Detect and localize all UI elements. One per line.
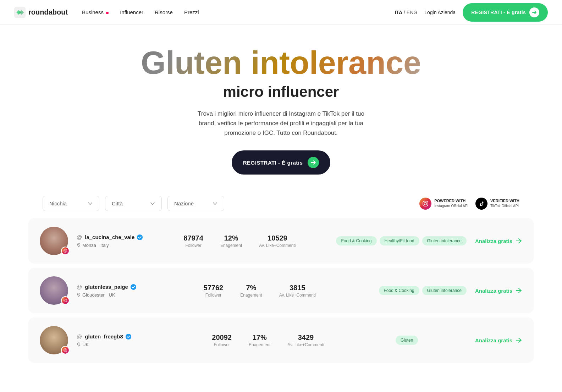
nav-business[interactable]: Business <box>82 9 109 15</box>
svg-point-2 <box>424 202 427 205</box>
tag-gluten-2: Gluten intolerance <box>422 286 467 295</box>
svg-point-18 <box>78 344 79 344</box>
instagram-social-icon-3 <box>61 346 70 354</box>
analyze-button-1[interactable]: Analizza gratis <box>475 237 522 244</box>
inf-location-1: Monza Italy <box>77 243 143 248</box>
api-badges: POWERED WITH Instagram Official API VERI… <box>419 198 519 210</box>
nav-influencer[interactable]: Influencer <box>120 9 143 15</box>
svg-point-10 <box>65 300 66 301</box>
stat-engagement-1: 12% Enagement <box>220 234 242 248</box>
tag-gluten-1: Gluten intolerance <box>422 236 467 245</box>
nicchia-filter[interactable]: Nicchia <box>43 196 99 211</box>
instagram-icon <box>419 198 431 210</box>
stat-avg-1: 10529 Av. Like+Commenti <box>259 234 296 248</box>
inf-info-3: @ gluten_freegb8 UK <box>77 333 140 347</box>
nav-links: Business Influencer Risorse Prezzi <box>82 9 199 15</box>
logo-text: roundabout <box>28 8 68 16</box>
verified-icon-1 <box>137 234 143 241</box>
inf-handle-3: @ gluten_freegb8 <box>77 333 140 340</box>
hero-cta-button[interactable]: REGISTRATI - È gratis <box>232 150 331 175</box>
register-button-nav[interactable]: REGISTRATI - È gratis <box>463 3 548 22</box>
inf-stats-3: 20092 Follower 17% Enagement 3429 Av. Li… <box>149 333 387 347</box>
stat-followers-2: 57762 Follower <box>204 284 224 298</box>
arrow-circle-nav <box>529 7 539 17</box>
svg-point-6 <box>66 250 66 250</box>
arrow-circle-hero <box>308 157 319 168</box>
svg-point-17 <box>126 333 131 339</box>
filters-section: Nicchia Città Nazione POWERED WITH Insta… <box>0 189 562 218</box>
nav-risorse[interactable]: Risorse <box>155 9 173 15</box>
business-dot <box>106 12 109 14</box>
inf-handle-2: @ glutenless_paige <box>77 284 140 290</box>
svg-point-3 <box>427 201 428 202</box>
inf-tags-2: Food & Cooking Gluten intolerance <box>379 286 467 295</box>
tiktok-badge: VERIFIED WITH TikTok Official API <box>475 198 519 210</box>
inf-handle-1: @ la_cucina_che_vale <box>77 234 143 241</box>
svg-point-16 <box>66 349 66 349</box>
instagram-social-icon-2 <box>61 296 70 305</box>
analyze-button-2[interactable]: Analizza gratis <box>475 287 522 294</box>
inf-tags-3: Gluten <box>396 336 467 345</box>
login-link[interactable]: Login Azienda <box>424 10 456 15</box>
tag-food-cooking-2: Food & Cooking <box>379 286 419 295</box>
avatar-wrap-1 <box>40 227 68 255</box>
svg-point-11 <box>66 299 66 300</box>
verified-icon-3 <box>125 333 132 340</box>
hero-title: Gluten intolerance <box>14 46 548 80</box>
inf-info-2: @ glutenless_paige Gloucester UK <box>77 284 140 298</box>
tag-healthy-1: Healthy/Fit food <box>380 236 419 245</box>
lang-switch: ITA / ENG <box>395 10 418 15</box>
hero-description: Trova i migliori micro influencer di Ins… <box>189 109 373 138</box>
svg-point-5 <box>65 250 66 252</box>
influencer-card-2: @ glutenless_paige Gloucester UK 57762 F… <box>28 268 534 313</box>
inf-location-3: UK <box>77 342 140 347</box>
inf-stats-1: 87974 Follower 12% Enagement 10529 Av. L… <box>151 234 327 248</box>
stat-engagement-3: 17% Enagement <box>249 333 270 347</box>
stat-avg-2: 3815 Av. Like+Commenti <box>279 284 316 298</box>
tag-gluten-3: Gluten <box>396 336 418 345</box>
svg-point-8 <box>78 244 79 245</box>
instagram-badge: POWERED WITH Instagram Official API <box>419 198 468 210</box>
hero-subtitle: micro influencer <box>14 83 548 100</box>
inf-info-1: @ la_cucina_che_vale Monza Italy <box>77 234 143 248</box>
influencer-card-1: @ la_cucina_che_vale Monza Italy 87974 F… <box>28 218 534 264</box>
svg-point-12 <box>131 284 136 289</box>
inf-location-2: Gloucester UK <box>77 292 140 298</box>
verified-icon-2 <box>130 284 137 290</box>
navbar: roundabout Business Influencer Risorse P… <box>0 0 562 25</box>
tag-food-cooking-1: Food & Cooking <box>336 236 376 245</box>
stat-avg-3: 3429 Av. Like+Commenti <box>287 333 324 347</box>
analyze-button-3[interactable]: Analizza gratis <box>475 337 522 344</box>
inf-tags-1: Food & Cooking Healthy/Fit food Gluten i… <box>336 236 467 245</box>
svg-point-15 <box>65 349 66 351</box>
avatar-wrap-3 <box>40 326 68 354</box>
hero-section: Gluten intolerance micro influencer Trov… <box>0 25 562 189</box>
svg-point-7 <box>137 234 143 240</box>
nazione-filter[interactable]: Nazione <box>167 196 224 211</box>
navbar-right: ITA / ENG Login Azienda REGISTRATI - È g… <box>395 3 548 22</box>
lang-ita[interactable]: ITA <box>395 10 403 15</box>
avatar-wrap-2 <box>40 276 68 305</box>
inf-stats-2: 57762 Follower 7% Enagement 3815 Av. Lik… <box>149 284 370 298</box>
logo[interactable]: roundabout <box>14 7 68 18</box>
lang-eng[interactable]: ENG <box>407 10 417 15</box>
logo-icon <box>14 7 26 18</box>
influencer-card-3: @ gluten_freegb8 UK 20092 Follower 17% E… <box>28 318 534 363</box>
stat-engagement-2: 7% Enagement <box>240 284 262 298</box>
navbar-left: roundabout Business Influencer Risorse P… <box>14 7 199 18</box>
lang-sep: / <box>404 10 407 15</box>
tiktok-icon <box>475 198 487 210</box>
influencer-cards-section: @ la_cucina_che_vale Monza Italy 87974 F… <box>0 218 562 377</box>
instagram-social-icon-1 <box>61 247 70 255</box>
svg-point-13 <box>78 294 79 295</box>
nav-prezzi[interactable]: Prezzi <box>184 9 199 15</box>
stat-followers-3: 20092 Follower <box>212 333 232 347</box>
citta-filter[interactable]: Città <box>105 196 162 211</box>
stat-followers-1: 87974 Follower <box>183 234 203 248</box>
